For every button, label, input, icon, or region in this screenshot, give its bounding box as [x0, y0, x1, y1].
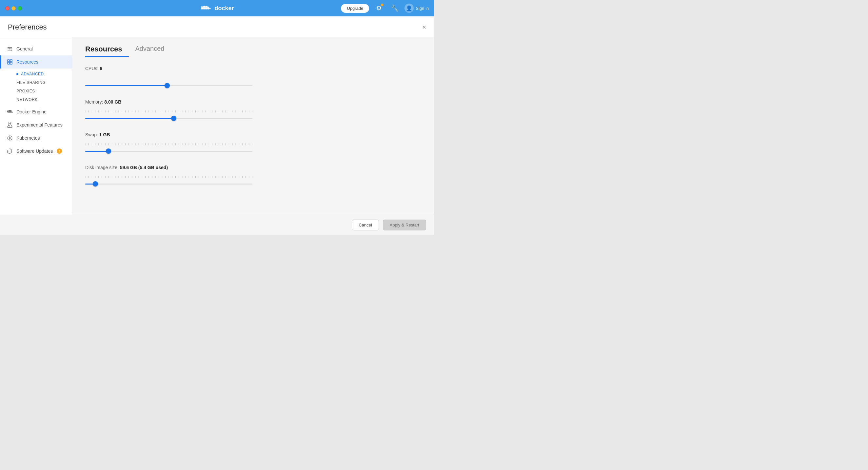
swap-slider[interactable] — [85, 147, 252, 156]
swap-slider-track — [85, 151, 252, 152]
memory-section: Memory: 8.00 GB — [85, 99, 421, 123]
software-updates-icon — [6, 148, 13, 154]
settings-badge — [380, 3, 384, 7]
general-icon — [6, 45, 13, 52]
swap-slider-thumb[interactable] — [106, 149, 111, 154]
tab-resources[interactable]: Resources — [85, 45, 129, 57]
sidebar-item-experimental-label: Experimental Features — [17, 122, 63, 127]
close-traffic-light[interactable] — [5, 6, 9, 10]
cpu-section: CPUs: 6 // ticks drawn inline — [85, 66, 421, 90]
settings-icon-button[interactable]: ⚙ — [373, 2, 385, 14]
svg-rect-15 — [10, 62, 12, 64]
apply-restart-button[interactable]: Apply & Restart — [383, 220, 426, 230]
memory-slider-fill — [85, 118, 174, 119]
kubernetes-icon — [6, 135, 13, 141]
memory-slider[interactable] — [85, 114, 252, 123]
disk-section: Disk image size: 59.6 GB (5.4 GB used) — [85, 165, 421, 188]
disk-slider-thumb[interactable] — [93, 181, 98, 187]
svg-point-22 — [9, 126, 9, 126]
signin-label: Sign in — [416, 6, 429, 11]
upgrade-button[interactable]: Upgrade — [341, 4, 369, 13]
sidebar-subitem-proxies[interactable]: PROXIES — [0, 87, 72, 95]
sidebar-item-experimental[interactable]: Experimental Features — [0, 118, 72, 131]
experimental-icon — [6, 122, 13, 128]
software-updates-badge: ! — [57, 149, 62, 154]
sidebar-subitem-advanced[interactable]: ADVANCED — [0, 70, 72, 78]
svg-rect-12 — [7, 60, 9, 62]
main-layout: General Resources ADVANCED — [0, 37, 434, 215]
swap-ticks — [85, 141, 252, 145]
sidebar-item-kubernetes-label: Kubernetes — [17, 135, 40, 140]
subitem-file-sharing-label: FILE SHARING — [17, 80, 45, 85]
titlebar-center: docker — [200, 4, 234, 13]
active-dot — [17, 73, 18, 75]
cpu-label: CPUs: 6 — [85, 66, 421, 71]
cpu-slider-fill — [85, 85, 167, 86]
sidebar-item-kubernetes[interactable]: Kubernetes — [0, 131, 72, 145]
footer: Cancel Apply & Restart — [0, 215, 434, 235]
diagnose-icon-button[interactable]: 🔧 — [389, 2, 401, 14]
docker-engine-icon — [6, 108, 13, 115]
cpu-slider[interactable] — [85, 81, 252, 90]
content-area: Preferences × General — [0, 17, 434, 235]
disk-slider[interactable] — [85, 179, 252, 188]
user-avatar: 👤 — [404, 4, 414, 13]
swap-section: Swap: 1 GB — [85, 132, 421, 156]
page-title: Preferences — [8, 23, 47, 31]
sidebar-item-general[interactable]: General — [0, 42, 72, 55]
sidebar-item-docker-engine-label: Docker Engine — [17, 109, 46, 115]
cancel-button[interactable]: Cancel — [352, 220, 379, 230]
close-button[interactable]: × — [422, 24, 426, 30]
subitem-advanced-label: ADVANCED — [21, 72, 44, 76]
swap-slider-fill — [85, 151, 108, 152]
svg-rect-13 — [10, 60, 12, 62]
swap-value: 1 GB — [99, 132, 110, 137]
sidebar-item-software-updates-label: Software Updates — [17, 149, 53, 154]
memory-slider-track — [85, 118, 252, 119]
sidebar-item-docker-engine[interactable]: Docker Engine — [0, 105, 72, 118]
app-title: docker — [214, 5, 234, 12]
sidebar: General Resources ADVANCED — [0, 37, 72, 215]
sidebar-sub-items: ADVANCED FILE SHARING PROXIES NETWORK — [0, 68, 72, 105]
traffic-lights — [5, 6, 22, 10]
swap-label: Swap: 1 GB — [85, 132, 421, 137]
sidebar-item-resources[interactable]: Resources — [0, 55, 72, 68]
memory-slider-thumb[interactable] — [171, 116, 176, 121]
disk-slider-track — [85, 184, 252, 185]
cpu-slider-thumb[interactable] — [164, 83, 170, 88]
sidebar-subitem-network[interactable]: NETWORK — [0, 95, 72, 104]
titlebar: docker Upgrade ⚙ 🔧 👤 Sign in — [0, 0, 434, 17]
svg-point-24 — [9, 137, 10, 138]
minimize-traffic-light[interactable] — [11, 6, 16, 10]
titlebar-left — [5, 6, 22, 10]
cpu-slider-track — [85, 85, 252, 86]
subitem-network-label: NETWORK — [17, 97, 38, 102]
main-content: Resources Advanced CPUs: 6 // ticks draw… — [72, 37, 434, 215]
sidebar-subitem-file-sharing[interactable]: FILE SHARING — [0, 78, 72, 87]
memory-ticks — [85, 108, 252, 113]
memory-value: 8.00 GB — [104, 99, 121, 104]
sidebar-item-general-label: General — [17, 46, 33, 52]
memory-label: Memory: 8.00 GB — [85, 99, 421, 104]
maximize-traffic-light[interactable] — [18, 6, 22, 10]
content-tabs: Resources Advanced — [85, 45, 421, 57]
resources-icon — [6, 59, 13, 65]
tab-advanced[interactable]: Advanced — [135, 45, 173, 57]
cpu-value: 6 — [100, 66, 102, 71]
subitem-proxies-label: PROXIES — [17, 89, 35, 93]
cpu-ticks: // ticks drawn inline — [85, 76, 421, 80]
sidebar-item-resources-label: Resources — [17, 59, 38, 65]
preferences-header: Preferences × — [0, 17, 434, 37]
signin-button[interactable]: 👤 Sign in — [404, 4, 429, 13]
titlebar-right: Upgrade ⚙ 🔧 👤 Sign in — [341, 2, 429, 14]
sidebar-item-software-updates[interactable]: Software Updates ! — [0, 145, 72, 158]
disk-label: Disk image size: 59.6 GB (5.4 GB used) — [85, 165, 421, 170]
disk-ticks — [85, 174, 252, 178]
svg-rect-14 — [7, 62, 9, 64]
docker-logo-icon — [200, 4, 212, 13]
disk-value: 59.6 GB (5.4 GB used) — [120, 165, 168, 170]
